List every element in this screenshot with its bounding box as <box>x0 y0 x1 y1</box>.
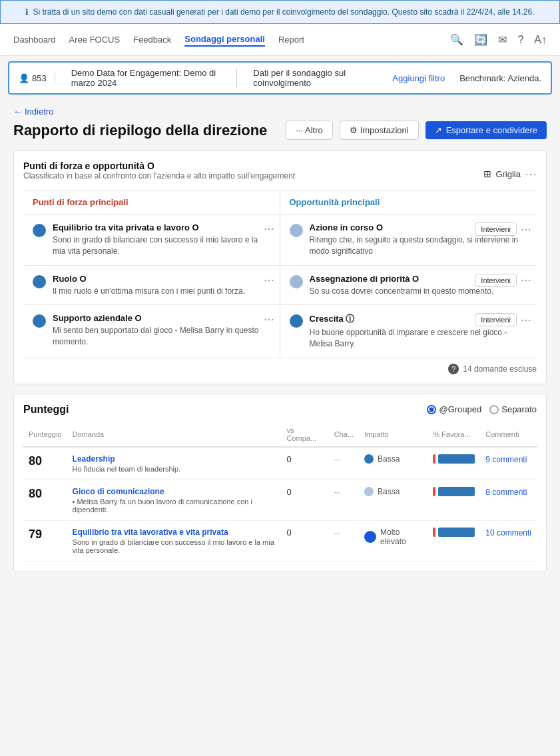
question-title-2[interactable]: Gioco di comunicazione <box>73 487 276 496</box>
more-icon-opp-2[interactable]: ⋯ <box>521 274 531 286</box>
item-desc-1: Sono in grado di bilanciare con successo… <box>53 234 270 257</box>
vs-value-2: 0 <box>286 487 291 497</box>
intervieni-button-2[interactable]: Intervieni <box>475 274 517 287</box>
question-desc-3: Sono in grado di bilanciare con successo… <box>73 538 276 554</box>
more-icon-opp-1[interactable]: ⋯ <box>521 223 531 236</box>
impostazioni-button[interactable]: ⚙ Impostazioni <box>340 121 419 140</box>
dot-icon-opp-3 <box>290 314 303 328</box>
cha-value-2: -- <box>334 487 340 497</box>
more-icon-3[interactable]: ⋯ <box>264 313 274 326</box>
strengths-header: Punti di forza e opportunità O Classific… <box>23 161 537 187</box>
main-content: ← Indietro Rapporto di riepilogo della d… <box>0 100 560 587</box>
col-vs: vs Compa... <box>281 422 328 447</box>
nav-sondaggi[interactable]: Sondaggi personali <box>184 33 265 47</box>
more-icon-1[interactable]: ⋯ <box>264 222 274 235</box>
message-icon[interactable]: ✉ <box>498 33 507 46</box>
vs-value-3: 0 <box>286 528 291 538</box>
separato-toggle[interactable]: Separato <box>489 404 537 414</box>
nav-links: Dashboard Aree FOCUS Feedback Sondaggi p… <box>13 33 304 47</box>
question-cell-3: Equilibrio tra vita lavorativa e vita pr… <box>67 520 282 561</box>
esporta-button[interactable]: ↗ Esportare e condividere <box>425 121 547 139</box>
question-title-1[interactable]: Leadership <box>73 454 276 464</box>
grouped-toggle[interactable]: @Grouped <box>427 404 481 414</box>
cha-value-3: -- <box>334 528 340 538</box>
esporta-label: Esportare e condividere <box>446 125 537 135</box>
nav-aree-focus[interactable]: Aree FOCUS <box>69 33 121 46</box>
score-cell-3: 79 <box>23 520 67 561</box>
cha-cell-1: -- <box>329 447 359 480</box>
comment-link-2[interactable]: 8 commenti <box>485 488 527 497</box>
bar-blue-1 <box>438 454 475 464</box>
person-icon: 👤 <box>19 73 29 83</box>
strengths-title: Punti di forza e opportunità O <box>23 161 295 171</box>
vs-value-1: 0 <box>286 454 291 464</box>
count-value: 853 <box>32 73 47 83</box>
vs-cell-2: 0 <box>281 480 328 520</box>
scores-header: Punteggi @Grouped Separato <box>23 404 537 416</box>
table-row: 80 Gioco di comunicazione • Melisa Barry… <box>23 480 537 520</box>
add-filter-button[interactable]: Aggiungi filtro <box>386 71 451 86</box>
altro-label: ··· Altro <box>296 125 322 135</box>
refresh-icon[interactable]: 🔄 <box>474 33 487 46</box>
impact-cell-3: Molto elevato <box>359 520 427 561</box>
opp-desc-1: Ritengo che, in seguito a questo sondagg… <box>310 234 528 257</box>
score-cell-1: 80 <box>23 447 67 480</box>
strengths-section: Punti di forza e opportunità O Classific… <box>13 151 547 384</box>
nav-dashboard[interactable]: Dashboard <box>13 33 56 46</box>
excluded-text: 14 domande escluse <box>463 364 537 374</box>
opp-desc-2: So su cosa dovrei concentrarmi in questo… <box>310 286 528 297</box>
table-header-row: Punteggio Domanda vs Compa... Cha... Imp… <box>23 422 537 447</box>
impact-dot-1 <box>364 454 374 464</box>
nav-report[interactable]: Report <box>278 33 304 46</box>
scores-toggle: @Grouped Separato <box>427 404 537 414</box>
item-title-3: Supporto aziendale O <box>53 313 270 323</box>
cha-value-1: -- <box>334 454 340 464</box>
item-title-2: Ruolo O <box>53 274 270 284</box>
impact-cell-1: Bassa <box>359 447 427 480</box>
item-content-3: Supporto aziendale O Mi sento ben suppor… <box>53 313 270 348</box>
grouped-radio <box>427 405 436 414</box>
opp-desc-3: Ho buone opportunità di imparare e cresc… <box>310 327 528 350</box>
item-desc-3: Mi sento ben supportato dal gioco - Meli… <box>53 325 270 348</box>
col-domanda: Domanda <box>67 422 282 447</box>
excluded-icon: ? <box>448 364 459 374</box>
col-header-right: Opportunità principali <box>280 190 537 214</box>
scores-title: Punteggi <box>23 404 69 416</box>
opp-actions-2: Intervieni ⋯ <box>475 274 531 287</box>
grouped-label: @Grouped <box>439 404 481 414</box>
cha-cell-3: -- <box>329 520 359 561</box>
col-cha: Cha... <box>329 422 359 447</box>
back-link[interactable]: ← Indietro <box>13 107 547 117</box>
bar-red-3 <box>433 528 435 537</box>
more-icon-2[interactable]: ⋯ <box>264 274 274 286</box>
more-options-icon[interactable]: ⋯ <box>525 167 537 181</box>
question-desc-2: • Melisa Barry fa un buon lavoro di comu… <box>73 498 276 514</box>
share-icon: ↗ <box>435 125 442 135</box>
dot-icon-opp-2 <box>290 275 303 288</box>
impact-dot-2 <box>364 487 374 496</box>
bar-blue-2 <box>438 487 475 496</box>
gear-icon: ⚙ <box>350 125 358 135</box>
score-value-1: 80 <box>29 454 42 468</box>
altro-button[interactable]: ··· Altro <box>286 121 332 140</box>
help-icon[interactable]: ? <box>517 34 523 46</box>
more-icon-opp-3[interactable]: ⋯ <box>521 314 531 326</box>
bar-cell-2 <box>427 480 480 520</box>
bar-blue-3 <box>438 528 475 537</box>
comment-link-3[interactable]: 10 commenti <box>485 528 531 538</box>
opportunity-item-2: Assegnazione di priorità O So su cosa do… <box>280 266 537 306</box>
intervieni-button-3[interactable]: Intervieni <box>475 313 517 326</box>
opp-actions-1: Intervieni ⋯ <box>475 222 531 236</box>
comment-link-1[interactable]: 9 commenti <box>485 455 527 464</box>
impact-label-1: Bassa <box>378 454 400 464</box>
scores-section: Punteggi @Grouped Separato Punteggio Dom… <box>13 394 547 571</box>
benchmark-label: Benchmark: Azienda. <box>459 73 541 83</box>
question-title-3[interactable]: Equilibrio tra vita lavorativa e vita pr… <box>73 528 276 537</box>
search-icon[interactable]: 🔍 <box>450 33 463 46</box>
nav-feedback[interactable]: Feedback <box>133 33 171 46</box>
intervieni-button-1[interactable]: Intervieni <box>475 222 517 236</box>
user-icon[interactable]: A↑ <box>534 34 547 46</box>
cha-cell-2: -- <box>329 480 359 520</box>
strengths-header-right: ⊞ Griglia ⋯ <box>483 167 537 181</box>
item-actions-1: ⋯ <box>264 222 274 235</box>
